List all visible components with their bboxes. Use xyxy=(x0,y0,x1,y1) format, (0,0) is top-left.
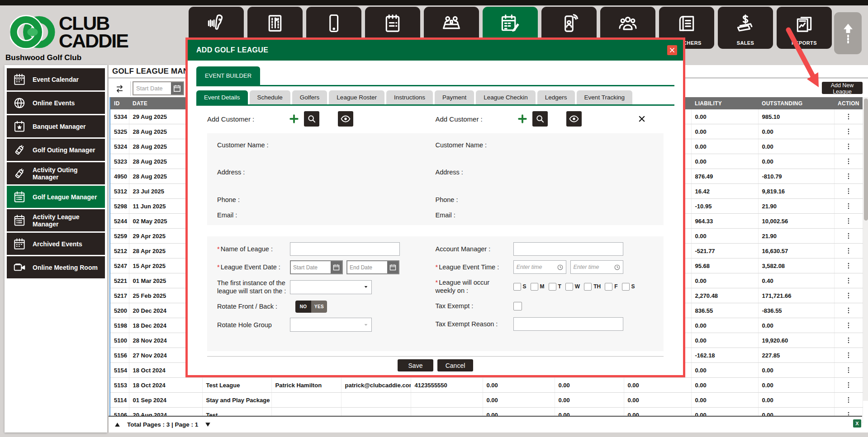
sidebar-item-golf-league-manager[interactable]: Golf League Manager xyxy=(7,186,105,208)
row-actions-button[interactable] xyxy=(844,113,853,121)
add-customer-plus-button[interactable] xyxy=(289,113,299,124)
rotate-front-back-toggle[interactable]: NO YES xyxy=(295,301,327,313)
rotate-hole-group-row: Rotate Hole Group xyxy=(217,318,436,332)
rotate-hole-group-select[interactable] xyxy=(290,318,372,332)
row-actions-button[interactable] xyxy=(844,262,853,270)
customer-view-button[interactable] xyxy=(338,111,353,127)
scrollbar-thumb[interactable] xyxy=(864,99,868,221)
sidebar-item-online-events[interactable]: Online Events xyxy=(7,92,105,114)
row-actions-button[interactable] xyxy=(844,306,853,315)
calendar-list-icon xyxy=(13,190,26,204)
toggle-no[interactable]: NO xyxy=(295,301,311,313)
row-actions-button[interactable] xyxy=(844,202,853,210)
table-cell: 5334 xyxy=(110,109,129,124)
sidebar-item-archived-events[interactable]: Archived Events xyxy=(7,233,105,255)
column-header[interactable]: ACTION xyxy=(834,97,863,109)
first-instance-select[interactable] xyxy=(290,280,372,294)
start-date-input[interactable] xyxy=(291,261,331,273)
customer-search-button[interactable] xyxy=(304,111,319,127)
row-actions-button[interactable] xyxy=(844,396,853,404)
end-date-picker xyxy=(346,260,399,274)
cancel-button[interactable]: Cancel xyxy=(437,359,473,371)
tab-event-details[interactable]: Event Details xyxy=(196,90,248,104)
row-actions-button[interactable] xyxy=(844,351,853,359)
add-new-league-button[interactable]: Add New League xyxy=(822,82,863,94)
table-cell: 95.68 xyxy=(691,258,758,273)
refresh-icon[interactable] xyxy=(114,83,125,94)
end-date-input[interactable] xyxy=(347,261,387,273)
barcode-scanner-icon xyxy=(206,13,227,34)
weekday-checkbox-s-0[interactable] xyxy=(513,283,521,291)
toggle-yes[interactable]: YES xyxy=(311,301,327,313)
name-of-league-input[interactable] xyxy=(290,242,400,256)
sidebar-item-banquet-manager[interactable]: Banquet Manager xyxy=(7,115,105,137)
row-actions-button[interactable] xyxy=(844,366,853,374)
sidebar-item-online-meeting-room[interactable]: Online Meeting Room xyxy=(7,256,105,278)
sidebar-item-activity-league-manager[interactable]: Activity League Manager xyxy=(7,209,105,231)
tax-exempt-checkbox[interactable] xyxy=(513,302,522,310)
row-actions-button[interactable] xyxy=(844,142,853,150)
table-cell: 5259 xyxy=(110,229,129,244)
date-filter-calendar-button[interactable] xyxy=(171,82,183,94)
end-time-input[interactable] xyxy=(571,264,614,270)
tab-payment[interactable]: Payment xyxy=(435,90,474,104)
date-filter xyxy=(133,81,184,95)
column-header[interactable]: ID xyxy=(110,97,129,109)
nav-button-sales[interactable]: SALES xyxy=(718,7,773,49)
add-customer-plus-button-2[interactable] xyxy=(517,113,528,124)
account-manager-input[interactable] xyxy=(513,242,623,256)
sidebar: Event CalendarOnline EventsBanquet Manag… xyxy=(5,65,107,432)
column-header[interactable]: LIABILITY xyxy=(691,97,758,109)
tab-golfers[interactable]: Golfers xyxy=(292,90,327,104)
table-scrollbar[interactable] xyxy=(863,97,868,401)
page-next-control[interactable] xyxy=(204,421,211,428)
weekday-checkbox-th-4[interactable] xyxy=(584,283,592,291)
weekday-checkbox-t-2[interactable] xyxy=(549,283,556,291)
row-actions-button[interactable] xyxy=(844,277,853,285)
end-date-calendar-button[interactable] xyxy=(387,261,398,273)
row-actions-button[interactable] xyxy=(844,381,853,389)
tab-instructions[interactable]: Instructions xyxy=(386,90,433,104)
sidebar-item-golf-outing-manager[interactable]: Golf Outing Manager xyxy=(7,139,105,161)
tax-exempt-reason-input[interactable] xyxy=(513,317,623,331)
row-actions-button[interactable] xyxy=(844,217,853,225)
modal-close-button[interactable] xyxy=(667,45,677,55)
page-previous-control[interactable] xyxy=(114,421,121,428)
row-actions-button[interactable] xyxy=(844,172,853,180)
event-builder-tab[interactable]: EVENT BUILDER xyxy=(196,66,260,85)
tab-ledgers[interactable]: Ledgers xyxy=(537,90,575,104)
column-header[interactable]: OUTSTANDING xyxy=(758,97,834,109)
weekday-checkbox-f-5[interactable] xyxy=(605,283,612,291)
row-actions-button[interactable] xyxy=(844,291,853,300)
row-actions-button[interactable] xyxy=(844,127,853,136)
nav-button-reports[interactable]: REPORTS xyxy=(777,7,832,49)
start-date-filter-input[interactable] xyxy=(133,82,171,94)
row-actions-button[interactable] xyxy=(844,157,853,165)
pagination-bar: Total Pages : 3 | Page : 1 xyxy=(109,416,862,432)
sidebar-item-event-calendar[interactable]: Event Calendar xyxy=(7,68,105,90)
start-time-input[interactable] xyxy=(514,264,557,270)
sidebar-item-activity-outing-manager[interactable]: Activity Outing Manager xyxy=(7,162,105,184)
weekday-checkbox-s-6[interactable] xyxy=(622,283,630,291)
tab-league-roster[interactable]: League Roster xyxy=(329,90,384,104)
weekday-checkbox-w-3[interactable] xyxy=(565,283,573,291)
row-actions-button[interactable] xyxy=(844,187,853,195)
row-actions-button[interactable] xyxy=(844,321,853,329)
tab-league-checkin[interactable]: League Checkin xyxy=(476,90,536,104)
weekday-checkbox-m-1[interactable] xyxy=(531,283,538,291)
table-cell: 9,819.16 xyxy=(758,184,834,199)
customer-search-button-2[interactable] xyxy=(532,111,548,127)
tab-schedule[interactable]: Schedule xyxy=(250,90,290,104)
save-button[interactable]: Save xyxy=(398,359,433,371)
row-actions-button[interactable] xyxy=(844,247,853,255)
row-actions-button[interactable] xyxy=(844,232,853,240)
customer-view-button-2[interactable] xyxy=(566,111,582,127)
scroll-top-button[interactable] xyxy=(834,12,862,54)
start-date-calendar-button[interactable] xyxy=(331,261,342,273)
tab-event-tracking[interactable]: Event Tracking xyxy=(577,90,632,104)
row-actions-button[interactable] xyxy=(844,336,853,344)
table-cell: 16,630.57 xyxy=(758,244,834,258)
excel-export-icon[interactable]: X xyxy=(853,419,861,428)
table-cell: 171,721.66 xyxy=(758,288,834,303)
remove-customer-button[interactable] xyxy=(637,114,647,124)
